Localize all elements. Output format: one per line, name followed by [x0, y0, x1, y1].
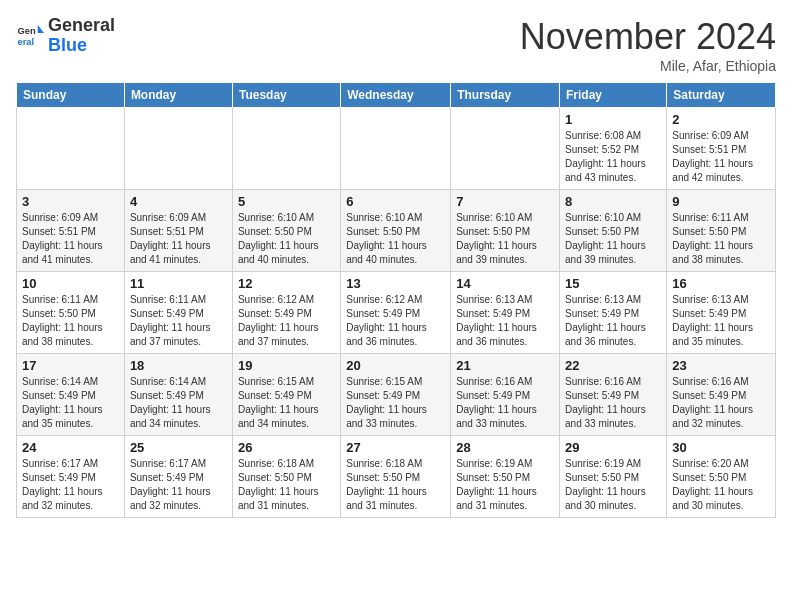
day-info: Sunrise: 6:11 AM Sunset: 5:49 PM Dayligh… [130, 293, 227, 349]
logo-line2: Blue [48, 36, 115, 56]
day-number: 2 [672, 112, 770, 127]
calendar-cell [17, 108, 125, 190]
calendar-cell: 26Sunrise: 6:18 AM Sunset: 5:50 PM Dayli… [232, 436, 340, 518]
day-number: 13 [346, 276, 445, 291]
day-info: Sunrise: 6:17 AM Sunset: 5:49 PM Dayligh… [22, 457, 119, 513]
calendar-cell: 6Sunrise: 6:10 AM Sunset: 5:50 PM Daylig… [341, 190, 451, 272]
calendar-cell: 24Sunrise: 6:17 AM Sunset: 5:49 PM Dayli… [17, 436, 125, 518]
day-number: 22 [565, 358, 661, 373]
day-info: Sunrise: 6:13 AM Sunset: 5:49 PM Dayligh… [456, 293, 554, 349]
week-row-2: 3Sunrise: 6:09 AM Sunset: 5:51 PM Daylig… [17, 190, 776, 272]
calendar-cell: 19Sunrise: 6:15 AM Sunset: 5:49 PM Dayli… [232, 354, 340, 436]
day-number: 3 [22, 194, 119, 209]
header-day-saturday: Saturday [667, 83, 776, 108]
calendar-cell: 7Sunrise: 6:10 AM Sunset: 5:50 PM Daylig… [451, 190, 560, 272]
day-number: 18 [130, 358, 227, 373]
day-info: Sunrise: 6:08 AM Sunset: 5:52 PM Dayligh… [565, 129, 661, 185]
calendar-cell [124, 108, 232, 190]
page-header: Gen eral General Blue November 2024 Mile… [16, 16, 776, 74]
calendar-cell: 12Sunrise: 6:12 AM Sunset: 5:49 PM Dayli… [232, 272, 340, 354]
day-number: 10 [22, 276, 119, 291]
day-info: Sunrise: 6:19 AM Sunset: 5:50 PM Dayligh… [565, 457, 661, 513]
day-info: Sunrise: 6:12 AM Sunset: 5:49 PM Dayligh… [238, 293, 335, 349]
week-row-4: 17Sunrise: 6:14 AM Sunset: 5:49 PM Dayli… [17, 354, 776, 436]
calendar-cell: 28Sunrise: 6:19 AM Sunset: 5:50 PM Dayli… [451, 436, 560, 518]
day-number: 14 [456, 276, 554, 291]
day-number: 21 [456, 358, 554, 373]
day-info: Sunrise: 6:09 AM Sunset: 5:51 PM Dayligh… [130, 211, 227, 267]
header-day-sunday: Sunday [17, 83, 125, 108]
day-info: Sunrise: 6:12 AM Sunset: 5:49 PM Dayligh… [346, 293, 445, 349]
calendar-table: SundayMondayTuesdayWednesdayThursdayFrid… [16, 82, 776, 518]
day-info: Sunrise: 6:15 AM Sunset: 5:49 PM Dayligh… [238, 375, 335, 431]
calendar-cell: 2Sunrise: 6:09 AM Sunset: 5:51 PM Daylig… [667, 108, 776, 190]
calendar-cell [341, 108, 451, 190]
day-number: 19 [238, 358, 335, 373]
svg-text:eral: eral [18, 37, 35, 47]
day-info: Sunrise: 6:14 AM Sunset: 5:49 PM Dayligh… [130, 375, 227, 431]
calendar-cell: 18Sunrise: 6:14 AM Sunset: 5:49 PM Dayli… [124, 354, 232, 436]
calendar-cell: 25Sunrise: 6:17 AM Sunset: 5:49 PM Dayli… [124, 436, 232, 518]
calendar-header: SundayMondayTuesdayWednesdayThursdayFrid… [17, 83, 776, 108]
day-info: Sunrise: 6:15 AM Sunset: 5:49 PM Dayligh… [346, 375, 445, 431]
calendar-cell: 20Sunrise: 6:15 AM Sunset: 5:49 PM Dayli… [341, 354, 451, 436]
day-number: 8 [565, 194, 661, 209]
day-info: Sunrise: 6:16 AM Sunset: 5:49 PM Dayligh… [672, 375, 770, 431]
day-number: 4 [130, 194, 227, 209]
day-number: 11 [130, 276, 227, 291]
day-number: 29 [565, 440, 661, 455]
day-number: 23 [672, 358, 770, 373]
calendar-cell: 9Sunrise: 6:11 AM Sunset: 5:50 PM Daylig… [667, 190, 776, 272]
calendar-cell: 13Sunrise: 6:12 AM Sunset: 5:49 PM Dayli… [341, 272, 451, 354]
day-number: 1 [565, 112, 661, 127]
logo: Gen eral General Blue [16, 16, 115, 56]
header-day-friday: Friday [560, 83, 667, 108]
calendar-cell: 29Sunrise: 6:19 AM Sunset: 5:50 PM Dayli… [560, 436, 667, 518]
day-info: Sunrise: 6:13 AM Sunset: 5:49 PM Dayligh… [672, 293, 770, 349]
month-title: November 2024 [520, 16, 776, 58]
day-info: Sunrise: 6:10 AM Sunset: 5:50 PM Dayligh… [456, 211, 554, 267]
header-day-monday: Monday [124, 83, 232, 108]
day-info: Sunrise: 6:10 AM Sunset: 5:50 PM Dayligh… [565, 211, 661, 267]
calendar-body: 1Sunrise: 6:08 AM Sunset: 5:52 PM Daylig… [17, 108, 776, 518]
day-info: Sunrise: 6:16 AM Sunset: 5:49 PM Dayligh… [456, 375, 554, 431]
calendar-cell [232, 108, 340, 190]
day-info: Sunrise: 6:19 AM Sunset: 5:50 PM Dayligh… [456, 457, 554, 513]
calendar-cell: 14Sunrise: 6:13 AM Sunset: 5:49 PM Dayli… [451, 272, 560, 354]
calendar-cell: 17Sunrise: 6:14 AM Sunset: 5:49 PM Dayli… [17, 354, 125, 436]
week-row-5: 24Sunrise: 6:17 AM Sunset: 5:49 PM Dayli… [17, 436, 776, 518]
header-day-tuesday: Tuesday [232, 83, 340, 108]
day-number: 15 [565, 276, 661, 291]
calendar-cell: 3Sunrise: 6:09 AM Sunset: 5:51 PM Daylig… [17, 190, 125, 272]
title-block: November 2024 Mile, Afar, Ethiopia [520, 16, 776, 74]
calendar-cell: 10Sunrise: 6:11 AM Sunset: 5:50 PM Dayli… [17, 272, 125, 354]
calendar-cell: 16Sunrise: 6:13 AM Sunset: 5:49 PM Dayli… [667, 272, 776, 354]
day-info: Sunrise: 6:16 AM Sunset: 5:49 PM Dayligh… [565, 375, 661, 431]
day-number: 27 [346, 440, 445, 455]
day-info: Sunrise: 6:13 AM Sunset: 5:49 PM Dayligh… [565, 293, 661, 349]
day-number: 28 [456, 440, 554, 455]
day-info: Sunrise: 6:11 AM Sunset: 5:50 PM Dayligh… [22, 293, 119, 349]
day-info: Sunrise: 6:10 AM Sunset: 5:50 PM Dayligh… [238, 211, 335, 267]
day-info: Sunrise: 6:17 AM Sunset: 5:49 PM Dayligh… [130, 457, 227, 513]
calendar-cell: 1Sunrise: 6:08 AM Sunset: 5:52 PM Daylig… [560, 108, 667, 190]
day-info: Sunrise: 6:20 AM Sunset: 5:50 PM Dayligh… [672, 457, 770, 513]
calendar-cell [451, 108, 560, 190]
day-info: Sunrise: 6:10 AM Sunset: 5:50 PM Dayligh… [346, 211, 445, 267]
day-info: Sunrise: 6:18 AM Sunset: 5:50 PM Dayligh… [346, 457, 445, 513]
day-number: 5 [238, 194, 335, 209]
calendar-cell: 15Sunrise: 6:13 AM Sunset: 5:49 PM Dayli… [560, 272, 667, 354]
day-number: 9 [672, 194, 770, 209]
calendar-cell: 21Sunrise: 6:16 AM Sunset: 5:49 PM Dayli… [451, 354, 560, 436]
day-number: 24 [22, 440, 119, 455]
day-number: 16 [672, 276, 770, 291]
calendar-cell: 4Sunrise: 6:09 AM Sunset: 5:51 PM Daylig… [124, 190, 232, 272]
week-row-3: 10Sunrise: 6:11 AM Sunset: 5:50 PM Dayli… [17, 272, 776, 354]
svg-text:Gen: Gen [18, 26, 36, 36]
calendar-cell: 22Sunrise: 6:16 AM Sunset: 5:49 PM Dayli… [560, 354, 667, 436]
calendar-cell: 27Sunrise: 6:18 AM Sunset: 5:50 PM Dayli… [341, 436, 451, 518]
day-info: Sunrise: 6:14 AM Sunset: 5:49 PM Dayligh… [22, 375, 119, 431]
day-number: 25 [130, 440, 227, 455]
day-number: 20 [346, 358, 445, 373]
calendar-cell: 8Sunrise: 6:10 AM Sunset: 5:50 PM Daylig… [560, 190, 667, 272]
